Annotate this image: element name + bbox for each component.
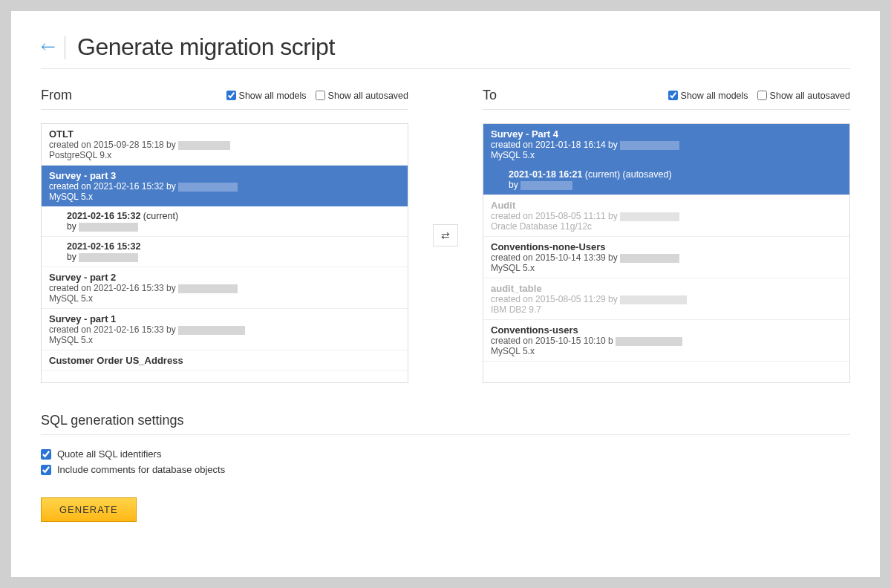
to-show-all-models-label[interactable]: Show all models bbox=[668, 91, 748, 101]
title-row: 🡐 Generate migration script bbox=[41, 33, 850, 69]
list-item[interactable]: Auditcreated on 2015-08-05 11:11 by Orac… bbox=[483, 195, 849, 237]
list-subitem[interactable]: 2021-02-16 15:32by bbox=[42, 237, 408, 267]
list-subitem[interactable]: 2021-01-18 16:21 (current) (autosaved)by bbox=[483, 165, 849, 195]
list-item[interactable]: Conventions-userscreated on 2015-10-15 1… bbox=[483, 320, 849, 362]
from-show-all-models-checkbox[interactable] bbox=[226, 91, 236, 100]
to-heading: To bbox=[483, 88, 497, 103]
quote-identifiers-label[interactable]: Quote all SQL identifiers bbox=[41, 448, 850, 460]
list-item[interactable]: audit_tablecreated on 2015-08-05 11:29 b… bbox=[483, 278, 849, 320]
include-comments-text: Include comments for database objects bbox=[57, 464, 225, 475]
list-item[interactable]: Survey - Part 4created on 2021-01-18 16:… bbox=[483, 124, 849, 165]
page-title: Generate migration script bbox=[77, 33, 335, 61]
settings-title: SQL generation settings bbox=[41, 413, 850, 435]
from-show-all-models-text: Show all models bbox=[239, 91, 307, 101]
swap-container: ⇄ bbox=[423, 88, 468, 383]
divider bbox=[65, 36, 65, 59]
to-show-all-autosaved-checkbox[interactable] bbox=[757, 91, 767, 100]
swap-icon[interactable]: ⇄ bbox=[433, 224, 458, 246]
quote-identifiers-text: Quote all SQL identifiers bbox=[57, 448, 161, 460]
list-item[interactable]: Customer Order US_Address bbox=[42, 350, 408, 371]
from-list[interactable]: OTLTcreated on 2015-09-28 15:18 by Postg… bbox=[41, 123, 408, 383]
list-item[interactable]: Survey - part 1created on 2021-02-16 15:… bbox=[42, 309, 408, 350]
to-show-all-autosaved-text: Show all autosaved bbox=[770, 91, 850, 101]
to-list[interactable]: Survey - Part 4created on 2021-01-18 16:… bbox=[483, 123, 850, 383]
generate-button[interactable]: GENERATE bbox=[41, 497, 137, 522]
include-comments-checkbox[interactable] bbox=[41, 465, 51, 475]
back-arrow-icon[interactable]: 🡐 bbox=[41, 39, 56, 56]
from-show-all-autosaved-text: Show all autosaved bbox=[328, 91, 408, 101]
quote-identifiers-checkbox[interactable] bbox=[41, 449, 51, 460]
to-show-all-models-checkbox[interactable] bbox=[668, 91, 678, 100]
list-subitem[interactable]: 2021-02-16 15:32 (current)by bbox=[42, 206, 408, 237]
from-heading: From bbox=[41, 88, 72, 103]
from-show-all-autosaved-checkbox[interactable] bbox=[316, 91, 325, 100]
list-item[interactable]: Survey - part 3created on 2021-02-16 15:… bbox=[42, 166, 408, 206]
from-column: From Show all models Show all autosaved … bbox=[41, 88, 408, 383]
to-column: To Show all models Show all autosaved Su… bbox=[483, 88, 850, 383]
list-item[interactable]: Survey - part 2created on 2021-02-16 15:… bbox=[42, 267, 408, 309]
list-item[interactable]: OTLTcreated on 2015-09-28 15:18 by Postg… bbox=[42, 124, 408, 166]
to-show-all-autosaved-label[interactable]: Show all autosaved bbox=[757, 91, 850, 101]
list-item[interactable]: Conventions-none-Userscreated on 2015-10… bbox=[483, 237, 849, 278]
from-show-all-autosaved-label[interactable]: Show all autosaved bbox=[316, 91, 408, 101]
to-show-all-models-text: Show all models bbox=[681, 91, 748, 101]
from-show-all-models-label[interactable]: Show all models bbox=[226, 91, 307, 101]
include-comments-label[interactable]: Include comments for database objects bbox=[41, 464, 850, 475]
